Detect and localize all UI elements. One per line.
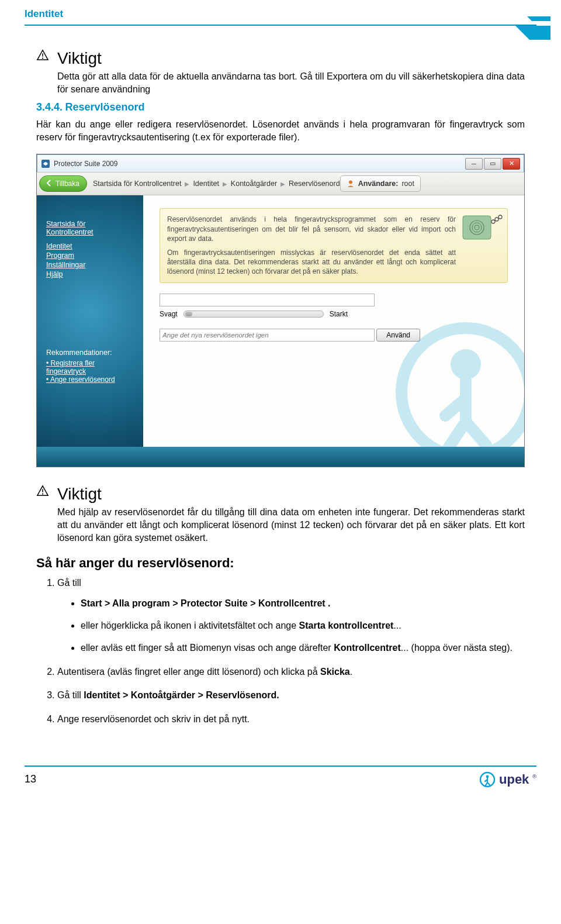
howto-heading: Så här anger du reservlösenord: (36, 556, 525, 571)
strength-weak-label: Svagt (160, 310, 178, 318)
bullet-1a: Start > Alla program > Protector Suite >… (81, 597, 525, 610)
back-label: Tillbaka (56, 180, 79, 188)
warning-icon (36, 49, 49, 64)
chevron-right-icon: ▶ (280, 181, 285, 187)
breadcrumb-item: Kontoåtgärder (231, 180, 277, 188)
brand-logo: upek® (479, 771, 536, 788)
sidebar-item-installningar[interactable]: Inställningar (46, 261, 134, 269)
svg-point-11 (495, 218, 498, 221)
warning-text-2: Med hjälp av reservlösenordet får du til… (57, 506, 525, 544)
sidebar: Startsida för Kontrollcentret Identitet … (37, 195, 143, 447)
sidebar-item-program[interactable]: Program (46, 251, 134, 260)
window-titlebar: Protector Suite 2009 ─ ▭ ✕ (37, 154, 524, 172)
close-button[interactable]: ✕ (503, 158, 520, 170)
svg-marker-0 (527, 16, 550, 21)
svg-point-12 (498, 215, 502, 219)
watermark-icon (390, 316, 524, 447)
app-footer-bar (37, 447, 524, 467)
password-repeat-input[interactable] (160, 329, 375, 342)
back-arrow-icon (46, 180, 53, 188)
sidebar-title[interactable]: Startsida för Kontrollcentret (46, 220, 134, 236)
user-name: root (401, 180, 414, 188)
info-p2: Om fingeravtrycksautentiseringen misslyc… (167, 248, 456, 277)
breadcrumb-item: Identitet (193, 180, 219, 188)
svg-rect-6 (463, 216, 491, 239)
page-footer: 13 upek® (0, 767, 561, 799)
step-1-text: Gå till (57, 578, 81, 588)
breadcrumb[interactable]: Startsida för Kontrollcentret▶ Identitet… (93, 180, 340, 188)
svg-point-16 (42, 494, 43, 495)
main-panel: Reservlösenordet används i hela fingerav… (143, 195, 524, 447)
howto-steps: Gå till Start > Alla program > Protector… (36, 577, 525, 726)
window-title: Protector Suite 2009 (54, 160, 117, 168)
info-p1: Reservlösenordet används i hela fingerav… (167, 215, 456, 243)
user-label: Användare: (358, 180, 399, 188)
svg-marker-1 (515, 26, 550, 40)
sidebar-item-hjalp[interactable]: Hjälp (46, 270, 134, 278)
info-box: Reservlösenordet används i hela fingerav… (160, 208, 508, 282)
warning-title: Viktigt (57, 49, 525, 68)
recommendations-title: Rekommendationer: (46, 349, 134, 357)
warning-block-2: Viktigt Med hjälp av reservlösenordet få… (36, 485, 525, 544)
logo-text: upek (499, 772, 529, 787)
app-icon (41, 159, 50, 168)
user-menu-button[interactable]: Användare: root (340, 175, 421, 192)
svg-point-3 (42, 57, 43, 58)
logo-trademark: ® (532, 774, 536, 780)
user-icon (347, 180, 355, 188)
step-4: Ange reservlösenordet och skriv in det p… (57, 713, 525, 726)
corner-accent (498, 16, 550, 51)
chevron-right-icon: ▶ (185, 181, 189, 187)
fingerprint-icon (460, 213, 503, 246)
breadcrumb-item: Reservlösenord (289, 180, 340, 188)
rec-item-backup[interactable]: • Ange reservlösenord (46, 375, 134, 384)
logo-icon (479, 771, 496, 788)
section-number: 3.4.4. (36, 101, 63, 113)
toolbar: Tillbaka Startsida för Kontrollcentret▶ … (37, 172, 524, 195)
minimize-button[interactable]: ─ (465, 158, 483, 170)
page-header-title: Identitet (0, 0, 561, 25)
breadcrumb-item: Startsida för Kontrollcentret (93, 180, 181, 188)
svg-point-10 (491, 220, 495, 223)
warning-text: Detta gör att alla data för de aktuella … (57, 70, 525, 95)
warning-icon (36, 485, 49, 500)
step-2: Autentisera (avläs fingret eller ange di… (57, 666, 525, 678)
sidebar-item-identitet[interactable]: Identitet (46, 242, 134, 250)
password-input[interactable] (160, 294, 375, 306)
bullet-1c: eller avläs ett finger så att Biomenyn v… (81, 642, 525, 654)
bullet-1b: eller högerklicka på ikonen i aktivitets… (81, 619, 525, 632)
warning-title-2: Viktigt (57, 485, 525, 504)
chevron-right-icon: ▶ (223, 181, 227, 187)
rec-item-register[interactable]: • Registrera fler fingeravtryck (46, 359, 134, 375)
warning-block-1: Viktigt Detta gör att alla data för de a… (36, 49, 525, 95)
step-3: Gå till Identitet > Kontoåtgärder > Rese… (57, 689, 525, 702)
strength-meter (183, 311, 324, 318)
strength-strong-label: Starkt (330, 310, 348, 318)
maximize-button[interactable]: ▭ (484, 158, 501, 170)
app-screenshot: Protector Suite 2009 ─ ▭ ✕ Tillbaka Star… (36, 154, 525, 467)
svg-point-5 (349, 181, 352, 184)
section-title: Reservlösenord (65, 101, 145, 113)
page-number: 13 (25, 773, 36, 785)
back-button[interactable]: Tillbaka (39, 175, 87, 192)
section-intro-text: Här kan du ange eller redigera reservlös… (36, 118, 525, 143)
